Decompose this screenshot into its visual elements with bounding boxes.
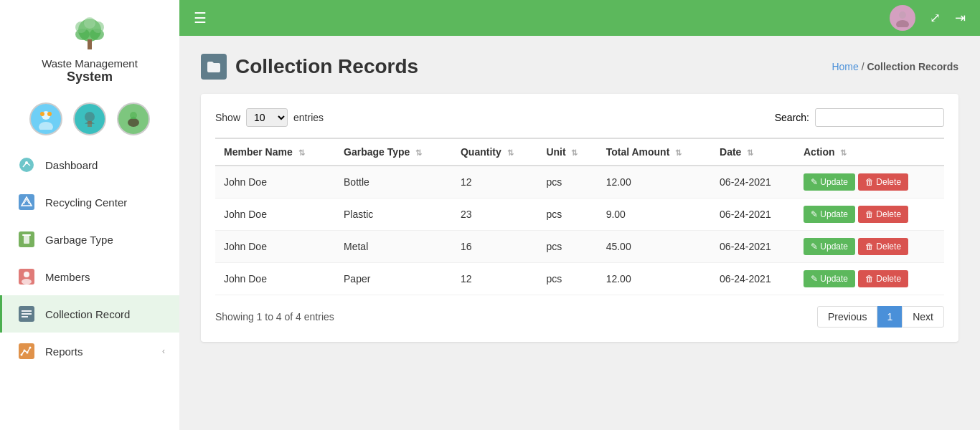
- sort-icon-quantity[interactable]: ⇅: [507, 148, 514, 157]
- sidebar-item-reports-label: Reports: [45, 345, 83, 358]
- breadcrumb-current: Collection Records: [867, 61, 958, 72]
- svg-rect-28: [19, 343, 34, 359]
- cell-quantity: 23: [452, 199, 537, 231]
- app-title: Waste Management: [42, 57, 138, 70]
- cell-total_amount: 9.00: [598, 199, 711, 231]
- cell-garbage_type: Plastic: [335, 199, 452, 231]
- breadcrumb: Home / Collection Records: [831, 61, 958, 72]
- cell-date: 06-24-2021: [711, 231, 795, 263]
- update-button[interactable]: ✎ Update: [804, 206, 855, 223]
- cell-date: 06-24-2021: [711, 166, 795, 199]
- update-button[interactable]: ✎ Update: [804, 173, 855, 191]
- members-icon: [17, 267, 37, 287]
- svg-point-23: [22, 279, 32, 285]
- fullscreen-button[interactable]: ⤢: [930, 10, 941, 26]
- sidebar-item-garbage-type[interactable]: Garbage Type: [0, 221, 179, 258]
- page-1-button[interactable]: 1: [877, 306, 902, 328]
- search-area: Search:: [775, 108, 944, 127]
- table-row: John DoeBottle12pcs12.0006-24-2021✎ Upda…: [215, 166, 944, 199]
- sort-icon-garbage[interactable]: ⇅: [415, 148, 422, 157]
- col-garbage-type: Garbage Type ⇅: [335, 138, 452, 166]
- sidebar-item-dashboard-label: Dashboard: [45, 159, 98, 171]
- cell-total_amount: 45.00: [598, 231, 711, 263]
- svg-point-30: [24, 350, 26, 352]
- svg-point-9: [40, 112, 44, 116]
- breadcrumb-separator: /: [862, 61, 864, 72]
- svg-point-34: [896, 20, 909, 27]
- search-label: Search:: [775, 112, 809, 123]
- cell-action: ✎ Update🗑 Delete: [795, 166, 944, 199]
- pagination-area: Showing 1 to 4 of 4 entries Previous 1 N…: [215, 306, 944, 328]
- table-row: John DoeMetal16pcs45.0006-24-2021✎ Updat…: [215, 231, 944, 263]
- col-action: Action ⇅: [795, 138, 944, 166]
- sidebar-item-members[interactable]: Members: [0, 258, 179, 295]
- delete-button[interactable]: 🗑 Delete: [858, 173, 908, 191]
- col-member-name: Member Name ⇅: [215, 138, 335, 166]
- table-controls: Show 10 25 50 100 entries Search:: [215, 108, 944, 127]
- svg-point-10: [47, 112, 52, 116]
- sidebar-item-recycling-label: Recycling Center: [45, 196, 127, 209]
- avatar-3[interactable]: [117, 102, 150, 135]
- avatar-1[interactable]: [29, 102, 62, 135]
- app-subtitle: System: [67, 70, 113, 85]
- cell-member_name: John Doe: [215, 199, 335, 231]
- table-row: John DoePlastic23pcs9.0006-24-2021✎ Upda…: [215, 199, 944, 231]
- breadcrumb-home[interactable]: Home: [831, 61, 858, 72]
- collection-table: Member Name ⇅ Garbage Type ⇅ Quantity ⇅: [215, 138, 944, 295]
- svg-point-13: [128, 118, 139, 127]
- show-entries-control: Show 10 25 50 100 entries: [215, 108, 324, 127]
- recycling-icon: [17, 192, 37, 212]
- page-title: Collection Records: [235, 55, 418, 78]
- svg-rect-26: [22, 313, 32, 315]
- sort-icon-action[interactable]: ⇅: [840, 148, 847, 157]
- sidebar-item-collection-label: Collection Record: [45, 308, 130, 320]
- table-row: John DoePaper12pcs12.0006-24-2021✎ Updat…: [215, 263, 944, 295]
- logout-button[interactable]: ⇥: [955, 10, 966, 26]
- sort-icon-unit[interactable]: ⇅: [571, 148, 578, 157]
- entries-label: entries: [293, 112, 324, 123]
- avatar-2[interactable]: [73, 102, 106, 135]
- content-area: Collection Records Home / Collection Rec…: [179, 36, 980, 430]
- hamburger-button[interactable]: ☰: [194, 9, 207, 27]
- svg-point-33: [899, 11, 906, 19]
- page-title-area: Collection Records: [201, 54, 418, 80]
- cell-action: ✎ Update🗑 Delete: [795, 231, 944, 263]
- update-button[interactable]: ✎ Update: [804, 238, 855, 255]
- search-input[interactable]: [815, 108, 944, 127]
- user-avatar[interactable]: [890, 5, 915, 31]
- previous-button[interactable]: Previous: [817, 306, 877, 328]
- entries-select[interactable]: 10 25 50 100: [246, 108, 288, 127]
- svg-point-11: [85, 112, 95, 122]
- sidebar-item-dashboard[interactable]: Dashboard: [0, 146, 179, 183]
- sidebar-item-members-label: Members: [45, 271, 90, 283]
- sort-icon-member[interactable]: ⇅: [298, 148, 305, 157]
- delete-button[interactable]: 🗑 Delete: [858, 238, 908, 255]
- svg-rect-25: [22, 310, 32, 312]
- sidebar-item-recycling-center[interactable]: Recycling Center: [0, 183, 179, 221]
- sort-icon-date[interactable]: ⇅: [747, 148, 753, 157]
- cell-garbage_type: Bottle: [335, 166, 452, 199]
- reports-icon: [17, 341, 37, 361]
- cell-unit: pcs: [537, 263, 597, 295]
- cell-action: ✎ Update🗑 Delete: [795, 199, 944, 231]
- cell-total_amount: 12.00: [598, 263, 711, 295]
- delete-button[interactable]: 🗑 Delete: [858, 270, 908, 287]
- sidebar: Waste Management System: [0, 0, 179, 430]
- col-quantity: Quantity ⇅: [452, 138, 537, 166]
- delete-button[interactable]: 🗑 Delete: [858, 206, 908, 223]
- svg-point-29: [21, 354, 23, 356]
- sidebar-item-collection-record[interactable]: Collection Record: [0, 295, 179, 333]
- sort-icon-amount[interactable]: ⇅: [675, 148, 682, 157]
- update-button[interactable]: ✎ Update: [804, 270, 855, 287]
- svg-rect-3: [88, 39, 92, 49]
- sidebar-item-reports[interactable]: Reports ‹: [0, 333, 179, 370]
- svg-rect-12: [88, 121, 92, 127]
- svg-point-31: [27, 352, 29, 354]
- logo-area: Waste Management System: [42, 7, 138, 95]
- svg-point-16: [25, 161, 28, 164]
- cell-garbage_type: Paper: [335, 263, 452, 295]
- next-button[interactable]: Next: [902, 306, 944, 328]
- cell-action: ✎ Update🗑 Delete: [795, 263, 944, 295]
- sidebar-nav: Dashboard Recycling Center Garbage T: [0, 146, 179, 370]
- cell-member_name: John Doe: [215, 166, 335, 199]
